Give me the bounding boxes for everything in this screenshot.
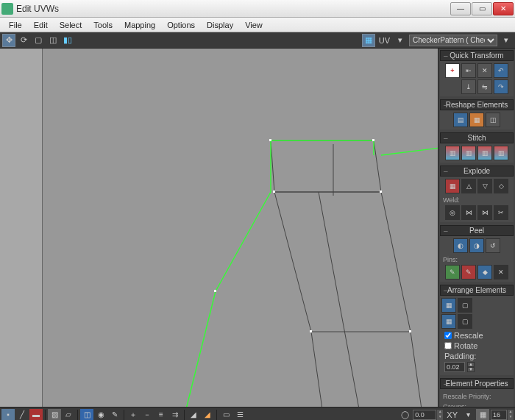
pack-opt1-icon[interactable]: ▢	[458, 298, 472, 313]
explode-4-icon[interactable]: ◇	[494, 179, 508, 193]
texture-options-icon[interactable]: ▾	[500, 34, 513, 47]
align-cross-icon[interactable]: ✕	[477, 63, 492, 78]
scale-tool-icon[interactable]: ▢	[32, 34, 45, 47]
svg-rect-12	[273, 191, 275, 193]
loop-icon[interactable]: ⇉	[168, 409, 182, 421]
right-panel[interactable]: Quick Transform + ⇤ ✕ ↶ ⤓ ⇋ ↷ Reshape El…	[438, 49, 515, 407]
straighten-icon[interactable]: ▤	[453, 113, 468, 127]
checker-toggle-icon[interactable]: ▦	[362, 34, 375, 47]
svg-rect-10	[269, 139, 271, 141]
pack-opt2-icon[interactable]: ▢	[458, 314, 472, 329]
brush2-icon[interactable]: ◢	[201, 409, 214, 421]
flip-h-icon[interactable]: ⇋	[477, 79, 492, 94]
rollout-header[interactable]: Stitch	[440, 132, 514, 143]
svg-line-1	[274, 192, 311, 332]
uv-dropdown-icon[interactable]: ▾	[394, 34, 407, 47]
stitch-3-icon[interactable]: ▥	[477, 146, 492, 160]
pack-2-icon[interactable]: ▦	[441, 314, 456, 329]
explode-1-icon[interactable]: ▦	[445, 179, 460, 193]
minimize-button[interactable]: —	[450, 2, 471, 15]
rescale-checkbox[interactable]	[444, 332, 452, 339]
svg-rect-14	[310, 330, 312, 332]
menu-tools[interactable]: Tools	[88, 19, 118, 31]
misc2-icon[interactable]: ☰	[233, 409, 246, 421]
texture-select[interactable]: CheckerPattern ( Checker )	[409, 35, 497, 46]
stitch-2-icon[interactable]: ▥	[461, 146, 476, 160]
ring-icon[interactable]: ≡	[154, 409, 168, 421]
align-left-icon[interactable]: ⇤	[461, 63, 476, 78]
pin-sel-icon[interactable]: ◆	[477, 265, 492, 280]
uv-viewport[interactable]	[43, 49, 438, 407]
menu-options[interactable]: Options	[161, 19, 201, 31]
paint-sel-icon[interactable]: ✎	[108, 409, 121, 421]
face-mode-icon[interactable]: ▬	[29, 409, 43, 421]
relax-icon[interactable]: ▦	[469, 113, 484, 127]
weld-target-icon[interactable]: ◎	[445, 205, 460, 220]
rollout-header[interactable]: Explode	[440, 165, 514, 177]
menu-mapping[interactable]: Mapping	[118, 19, 161, 31]
move-tool-icon[interactable]: ✥	[2, 34, 15, 47]
edge-mode-icon[interactable]: ╱	[15, 409, 29, 421]
svg-line-5	[311, 332, 322, 407]
rotate-ccw-icon[interactable]: ↶	[494, 63, 508, 78]
stitch-1-icon[interactable]: ▥	[445, 146, 460, 160]
svg-rect-15	[409, 330, 411, 332]
rollout-header[interactable]: Reshape Elements	[440, 99, 514, 110]
rotate-checkbox[interactable]	[444, 342, 452, 349]
padding-input[interactable]	[444, 362, 465, 372]
spin-up-icon[interactable]: ▲	[467, 362, 475, 367]
groups-label: Groups:	[441, 403, 512, 407]
peel-2-icon[interactable]: ◑	[469, 238, 484, 253]
align-bottom-icon[interactable]: ⤓	[461, 79, 476, 94]
menu-edit[interactable]: Edit	[28, 19, 54, 31]
element-mode-icon[interactable]: ▧	[48, 409, 61, 421]
weld-all-icon[interactable]: ⋈	[477, 205, 492, 220]
rollout-header[interactable]: Element Properties	[440, 378, 514, 389]
rotate-cw-icon[interactable]: ↷	[494, 79, 508, 94]
grid-spacing-input[interactable]	[491, 410, 507, 420]
mirror-tool-icon[interactable]: ▮▯	[61, 34, 74, 47]
rollout-header[interactable]: Peel	[440, 225, 514, 236]
pin-add-icon[interactable]: ✎	[445, 265, 460, 280]
shrink-icon[interactable]: －	[141, 409, 154, 421]
spin-down-icon[interactable]: ▼	[467, 367, 475, 372]
menu-display[interactable]: Display	[201, 19, 239, 31]
close-button[interactable]: ✕	[493, 2, 514, 15]
stitch-4-icon[interactable]: ▥	[494, 146, 508, 160]
rollout-header[interactable]: Quick Transform	[440, 50, 514, 61]
reshape-icon[interactable]: ◫	[486, 113, 500, 127]
misc1-icon[interactable]: ▭	[219, 409, 232, 421]
soft-sel-icon[interactable]: ◉	[94, 409, 107, 421]
explode-3-icon[interactable]: ▽	[477, 179, 492, 193]
xy-label: XY	[447, 410, 458, 419]
bottom-toolbar: ▪ ╱ ▬ ▧ ▱ ◫ ◉ ✎ ＋ － ≡ ⇉ ◢ ◢ ▭ ☰ ◯ ▲▼ XY …	[0, 407, 515, 420]
menu-view[interactable]: View	[239, 19, 269, 31]
maximize-button[interactable]: ▭	[472, 2, 492, 15]
select-by-icon[interactable]: ◫	[80, 409, 93, 421]
menu-select[interactable]: Select	[54, 19, 88, 31]
add-icon[interactable]: +	[445, 63, 460, 78]
pin-clear-icon[interactable]: ✕	[494, 265, 508, 280]
pins-label: Pins:	[441, 256, 512, 263]
pack-1-icon[interactable]: ▦	[441, 298, 456, 313]
rotate-tool-icon[interactable]: ⟳	[17, 34, 30, 47]
peel-reset-icon[interactable]: ↺	[486, 238, 500, 253]
angle-input[interactable]	[413, 410, 436, 420]
pin-remove-icon[interactable]: ✎	[461, 265, 476, 280]
grid-icon[interactable]: ▦	[476, 409, 489, 421]
explode-2-icon[interactable]: △	[461, 179, 476, 193]
grow-icon[interactable]: ＋	[127, 409, 140, 421]
break-icon[interactable]: ✂	[494, 205, 508, 220]
menu-file[interactable]: File	[3, 19, 28, 31]
rollout-header[interactable]: Arrange Elements	[440, 285, 514, 296]
poly-mode-icon[interactable]: ▱	[62, 409, 75, 421]
weld-sel-icon[interactable]: ⋈	[461, 205, 476, 220]
angle-icon[interactable]: ◯	[398, 409, 411, 421]
axis-dropdown-icon[interactable]: ▾	[461, 409, 475, 421]
weld-label: Weld:	[441, 196, 512, 204]
freeform-tool-icon[interactable]: ◫	[46, 34, 60, 47]
window-title: Edit UVWs	[16, 4, 59, 14]
peel-1-icon[interactable]: ◐	[453, 238, 468, 253]
brush1-icon[interactable]: ◢	[187, 409, 200, 421]
vertex-mode-icon[interactable]: ▪	[1, 409, 15, 421]
